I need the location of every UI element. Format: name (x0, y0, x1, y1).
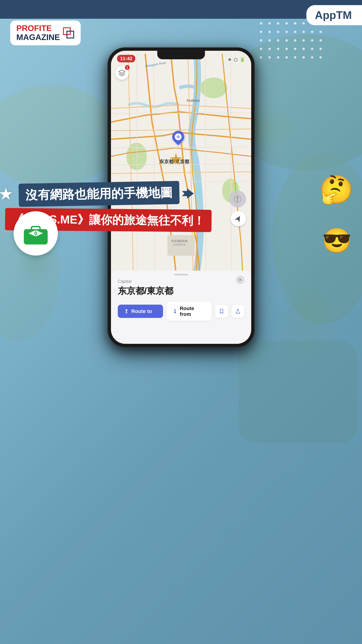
banners-area: ★ 沒有網路也能用的手機地圖 《MAPS.ME》讓你的旅途無往不利！ (5, 182, 357, 231)
logo-text: PROFITE MAGAZINE (16, 24, 60, 42)
sheet-place-title: 东京都/東京都 (118, 285, 244, 297)
sheet-category-label: Capital (118, 279, 244, 284)
logo-badge: PROFITE MAGAZINE (10, 20, 81, 45)
svg-point-15 (200, 78, 227, 98)
wifi-icon: ⬡ (234, 57, 238, 62)
sheet-actions: Route to Route from (118, 302, 244, 321)
app-icon-circle (14, 211, 58, 256)
route-from-label: Route from (180, 306, 206, 317)
apptm-label: AppTM (315, 9, 352, 21)
bottom-sheet: Capital 东京都/東京都 ✕ Route to (111, 270, 251, 344)
route-to-label: Route to (131, 308, 152, 314)
layer-badge: 1 (125, 65, 130, 70)
map-layer-button[interactable]: 1 (115, 66, 129, 80)
svg-point-35 (126, 309, 127, 311)
svg-marker-24 (119, 70, 125, 73)
logo-magazine: MAGAZINE (16, 33, 60, 42)
star-decoration-left: ★ (0, 184, 14, 204)
location-pin (172, 131, 184, 143)
route-from-button[interactable]: Route from (167, 302, 212, 321)
logo-profite: PROFITE (16, 24, 60, 33)
svg-text:Asakusa: Asakusa (186, 98, 200, 102)
svg-rect-5 (238, 341, 358, 443)
status-icons: ✈ ⬡ 🔋 (228, 57, 245, 62)
share-icon (235, 308, 241, 314)
phone-notch (157, 51, 205, 59)
svg-point-38 (174, 312, 176, 313)
bookmark-icon (219, 308, 224, 314)
share-button[interactable] (231, 305, 244, 318)
star-arrow-icon (181, 188, 196, 200)
svg-marker-45 (182, 188, 194, 199)
svg-text:东京国际机场: 东京国际机场 (171, 239, 187, 242)
status-time: 11:42 (117, 55, 136, 62)
sheet-close-button[interactable]: ✕ (236, 276, 244, 284)
apptm-badge: AppTM (306, 5, 362, 25)
svg-text:東京国際空港: 東京国際空港 (173, 244, 185, 246)
banner-main-text: 沒有網路也能用的手機地圖 (18, 181, 180, 207)
pin-inner (175, 134, 181, 140)
map-area[interactable]: 东京都/東京都 Asakusa Shingashi River 东京国际机场 東… (111, 51, 251, 276)
airplane-icon: ✈ (228, 57, 232, 62)
thinking-emoji: 🤔 (320, 174, 354, 206)
logo-icon (63, 27, 75, 39)
pin-compass-icon (176, 135, 180, 139)
route-from-icon (173, 309, 177, 314)
layers-icon (118, 69, 126, 77)
route-to-icon (124, 309, 129, 314)
mapsme-app-icon (22, 221, 49, 246)
bookmark-button[interactable] (215, 305, 228, 318)
battery-icon: 🔋 (240, 57, 245, 62)
map-svg: 东京都/東京都 Asakusa Shingashi River 东京国际机场 東… (111, 51, 251, 276)
route-to-button[interactable]: Route to (118, 304, 163, 318)
sheet-handle (174, 274, 188, 275)
pin-circle (170, 128, 186, 145)
cool-emoji: 😎 (322, 226, 352, 255)
svg-point-26 (178, 136, 179, 137)
star-arrow-decoration (181, 188, 196, 200)
svg-point-44 (35, 233, 36, 234)
svg-point-39 (174, 310, 176, 311)
svg-point-36 (126, 312, 127, 313)
svg-point-14 (126, 142, 147, 170)
